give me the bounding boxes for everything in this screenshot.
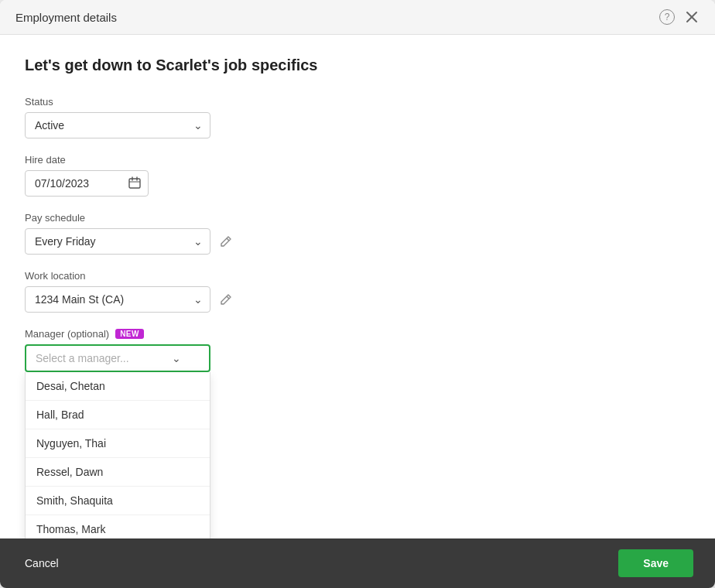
page-heading: Let's get down to Scarlet's job specific… bbox=[25, 56, 690, 74]
manager-chevron-icon: ⌄ bbox=[172, 352, 181, 364]
modal-body: Let's get down to Scarlet's job specific… bbox=[0, 35, 715, 538]
pencil-icon bbox=[220, 293, 232, 306]
list-item[interactable]: Hall, Brad bbox=[26, 401, 210, 429]
modal-title: Employment details bbox=[15, 11, 117, 24]
close-icon bbox=[686, 11, 698, 23]
work-location-label: Work location bbox=[25, 270, 690, 282]
save-button[interactable]: Save bbox=[618, 549, 693, 577]
close-button[interactable] bbox=[684, 9, 700, 25]
header-icons: ? bbox=[659, 9, 700, 25]
new-badge: NEW bbox=[115, 329, 144, 339]
pay-schedule-row: Every Friday Every Other Friday Weekly M… bbox=[25, 228, 690, 255]
hire-date-label: Hire date bbox=[25, 154, 690, 166]
status-select[interactable]: Active Inactive bbox=[25, 112, 210, 138]
cancel-button[interactable]: Cancel bbox=[22, 551, 62, 576]
work-location-select[interactable]: 1234 Main St (CA) Remote bbox=[25, 286, 210, 313]
hire-date-input[interactable] bbox=[25, 170, 149, 197]
work-location-group: Work location 1234 Main St (CA) Remote ⌄ bbox=[25, 270, 690, 313]
work-location-edit-button[interactable] bbox=[217, 290, 235, 309]
employment-details-modal: Employment details ? Let's get down to S… bbox=[0, 0, 715, 588]
status-select-wrapper: Active Inactive ⌄ bbox=[25, 112, 210, 138]
pay-schedule-edit-button[interactable] bbox=[217, 232, 235, 251]
modal-footer: Cancel Save bbox=[0, 538, 715, 588]
manager-placeholder: Select a manager... bbox=[36, 352, 129, 364]
status-group: Status Active Inactive ⌄ bbox=[25, 96, 690, 138]
status-label: Status bbox=[25, 96, 690, 108]
work-location-select-wrapper: 1234 Main St (CA) Remote ⌄ bbox=[25, 286, 210, 313]
svg-line-6 bbox=[227, 238, 229, 241]
manager-dropdown-list: Desai, Chetan Hall, Brad Nyguyen, Thai R… bbox=[25, 372, 210, 538]
pay-schedule-select-wrapper: Every Friday Every Other Friday Weekly M… bbox=[25, 228, 210, 255]
list-item[interactable]: Thomas, Mark bbox=[26, 515, 210, 538]
list-item[interactable]: Nyguyen, Thai bbox=[26, 429, 210, 458]
help-icon[interactable]: ? bbox=[659, 9, 675, 25]
pencil-icon bbox=[220, 235, 232, 248]
hire-date-group: Hire date bbox=[25, 154, 690, 197]
hire-date-wrapper bbox=[25, 170, 149, 197]
work-location-row: 1234 Main St (CA) Remote ⌄ bbox=[25, 286, 690, 313]
manager-dropdown-container: Select a manager... ⌄ Desai, Chetan Hall… bbox=[25, 344, 210, 372]
manager-label-row: Manager (optional) NEW bbox=[25, 328, 690, 340]
manager-select-button[interactable]: Select a manager... ⌄ bbox=[25, 344, 210, 372]
list-item[interactable]: Smith, Shaquita bbox=[26, 487, 210, 515]
svg-line-7 bbox=[227, 296, 229, 299]
pay-schedule-label: Pay schedule bbox=[25, 212, 690, 224]
list-item[interactable]: Desai, Chetan bbox=[26, 372, 210, 401]
manager-label: Manager (optional) bbox=[25, 328, 109, 340]
pay-schedule-group: Pay schedule Every Friday Every Other Fr… bbox=[25, 212, 690, 255]
manager-group: Manager (optional) NEW Select a manager.… bbox=[25, 328, 690, 372]
list-item[interactable]: Ressel, Dawn bbox=[26, 458, 210, 487]
pay-schedule-select[interactable]: Every Friday Every Other Friday Weekly M… bbox=[25, 228, 210, 255]
modal-header: Employment details ? bbox=[0, 0, 715, 35]
